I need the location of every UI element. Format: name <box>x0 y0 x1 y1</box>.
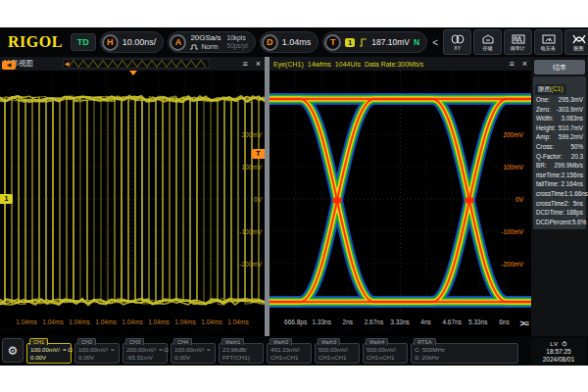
top-bar: RIGOL TD H 10.00ns/ A 20GSa/s Norm 10kpt… <box>0 27 588 57</box>
eye-diagram-panel: Eye(CH1) 14wfms 1044UIs Data Rate:300Mb/… <box>270 57 531 336</box>
measurement-row: Amp:599.2mV <box>535 132 584 142</box>
trigger-status-badge[interactable]: TD <box>71 33 96 51</box>
results-button[interactable]: 结果 <box>534 60 585 74</box>
horizontal-position-control[interactable]: D 1.04ms <box>260 31 319 53</box>
eye-results-panel: 眼图(C1) One:295.3mVZero:-303.9mVWidth:3.0… <box>533 76 586 229</box>
status-box-ch3[interactable]: CH3200.00mV/= Ω-65.51mV <box>122 339 168 364</box>
close-icon[interactable]: × <box>522 60 527 69</box>
measurement-key: One: <box>536 95 550 105</box>
close-icon[interactable]: × <box>256 60 261 69</box>
measurement-row: crossTime1:1.66ns <box>535 189 584 199</box>
status-box-math1[interactable]: Math123.98dB/FFT(CH1) <box>219 339 264 364</box>
h-scale-value: 10.00ns/ <box>122 37 157 47</box>
a-knob[interactable]: A <box>170 34 186 51</box>
toolbar-button-storage[interactable]: 存储 <box>473 29 502 55</box>
delay-reference-marker[interactable] <box>129 71 137 75</box>
status-box-offset: 0.00V <box>30 354 68 361</box>
system-date: 2024/08/01 <box>543 356 575 364</box>
waveform-overview-thumbnail[interactable]: ◀ <box>63 59 210 69</box>
measurement-key: fallTime: <box>536 179 560 189</box>
overview-zigzag <box>69 59 206 69</box>
clock-block[interactable]: LV 18:57:25 2024/08/01 <box>531 338 586 365</box>
channel1-ground-marker[interactable]: 1 <box>0 194 13 204</box>
status-box-scale: 23.98dB/ <box>222 346 260 353</box>
measurement-value: 299.9Mb/s <box>555 161 583 171</box>
measurement-row: Q-Factor:20.3 <box>535 152 584 162</box>
toolbar-button-label: 电压表 <box>541 45 556 50</box>
status-box-scale: 100.00mV/= Ω <box>30 346 68 353</box>
channel-status-boxes: CH1100.00mV/= Ω0.00VCH2100.00mV/=0.00VCH… <box>26 338 518 364</box>
measurement-value: 20.3 <box>571 152 583 162</box>
toolbar-button-eye[interactable]: 眼图 <box>564 29 588 55</box>
measurement-row: One:295.3mV <box>535 95 584 105</box>
trigger-control[interactable]: T 1 187.10mV N <box>322 31 427 53</box>
acquisition-control[interactable]: A 20GSa/s Norm 10kpts 50ps/pt <box>168 31 255 53</box>
status-box-offset: 0.00V <box>174 354 212 361</box>
settings-button[interactable]: ⚙ <box>2 338 24 363</box>
eye-crossing-hotspot <box>332 197 342 204</box>
d-knob[interactable]: D <box>262 34 278 51</box>
rigol-logo: RIGOL <box>4 33 67 51</box>
status-box-rtsa[interactable]: RTSAC: 500MHzS: 20kHz <box>411 339 518 364</box>
eye-menu-expand-icon[interactable]: >≡ <box>519 318 528 328</box>
oscilloscope-app: RIGOL TD H 10.00ns/ A 20GSa/s Norm 10kpt… <box>0 27 588 366</box>
measurement-row: fallTime:2.164ns <box>535 179 584 189</box>
storage-icon <box>481 34 495 44</box>
measurement-value: 3.083ns <box>562 114 583 123</box>
toolbar-button-label: XY <box>454 45 461 50</box>
h-position-value: 1.04ms <box>282 37 312 47</box>
menu-icon[interactable]: ≡ <box>242 60 247 69</box>
measurement-key: Amp: <box>536 132 551 142</box>
trigger-level-marker[interactable]: T <box>252 149 265 159</box>
pulse-icon <box>190 44 199 50</box>
status-box-offset: CH1+CH1 <box>270 354 308 361</box>
measurement-key: Cross: <box>536 142 554 152</box>
status-box-tab: Math3 <box>318 338 340 345</box>
toolbar-button-xy[interactable]: XY <box>443 29 471 55</box>
status-box-scale: 500.00mV/ <box>367 346 404 353</box>
power-plug-icon <box>562 341 567 347</box>
measurement-key: crossTime2: <box>536 199 569 209</box>
status-box-math3[interactable]: Math3500.00mV/CH1+CH1 <box>315 339 360 364</box>
trigger-level-value: 187.10mV <box>371 37 410 47</box>
status-box-math2[interactable]: Math2401.33mV/CH1+CH1 <box>267 339 312 364</box>
eye-plot[interactable] <box>270 71 531 336</box>
status-box-tab: CH3 <box>125 338 144 345</box>
status-box-ch4[interactable]: CH4100.00mV/=0.00V <box>171 339 216 364</box>
t-knob[interactable]: T <box>324 34 341 51</box>
toolbar-button-dvm[interactable]: 电压表 <box>534 29 563 55</box>
status-box-offset: -65.51mV <box>126 354 164 361</box>
xy-icon <box>451 34 465 44</box>
measurement-row: crossTime2:5ns <box>535 199 584 209</box>
counter-icon <box>512 34 525 44</box>
h-knob[interactable]: H <box>102 34 119 51</box>
bottom-status-bar: ⚙ CH1100.00mV/= Ω0.00VCH2100.00mV/=0.00V… <box>0 336 588 366</box>
measurement-key: Height: <box>536 123 556 133</box>
results-tab[interactable]: 眼图(C1) <box>535 84 566 95</box>
toolbar-scroll-left[interactable]: < <box>431 37 439 48</box>
measurement-key: crossTime1: <box>536 189 569 199</box>
status-box-math4[interactable]: Math4500.00mV/CH1+CH1 <box>363 339 408 364</box>
horizontal-scale-control[interactable]: H 10.00ns/ <box>100 31 165 53</box>
measurement-row: Height:510.7mV <box>535 123 584 133</box>
measurement-value: 2.164ns <box>562 179 583 189</box>
measurement-key: Zero: <box>536 105 551 115</box>
status-box-tab: RTSA <box>414 338 436 345</box>
status-box-ch1[interactable]: CH1100.00mV/= Ω0.00V <box>26 339 72 364</box>
status-box-tab: CH2 <box>77 338 96 345</box>
system-time: 18:57:25 <box>546 348 570 356</box>
measurement-value: 599.2mV <box>559 132 583 142</box>
status-box-scale: 200.00mV/= Ω <box>126 346 164 353</box>
status-box-ch2[interactable]: CH2100.00mV/=0.00V <box>74 339 120 364</box>
measurement-key: DCDTime: <box>536 208 564 218</box>
trigger-position-marker[interactable]: ◀ <box>2 61 16 70</box>
eye-panel-header: Eye(CH1) 14wfms 1044UIs Data Rate:300Mb/… <box>270 57 531 71</box>
results-sidebar: 结果 眼图(C1) One:295.3mVZero:-303.9mVWidth:… <box>531 57 588 336</box>
status-box-scale: C: 500MHz <box>415 346 514 353</box>
measurement-key: Q-Factor: <box>536 152 563 162</box>
status-box-scale: 401.33mV/ <box>270 346 308 353</box>
menu-icon[interactable]: ≡ <box>509 60 514 69</box>
toolbar-button-counter[interactable]: 频率计 <box>504 29 532 55</box>
toolbar-button-label: 眼图 <box>574 45 584 50</box>
waveform-plot[interactable] <box>0 71 265 336</box>
